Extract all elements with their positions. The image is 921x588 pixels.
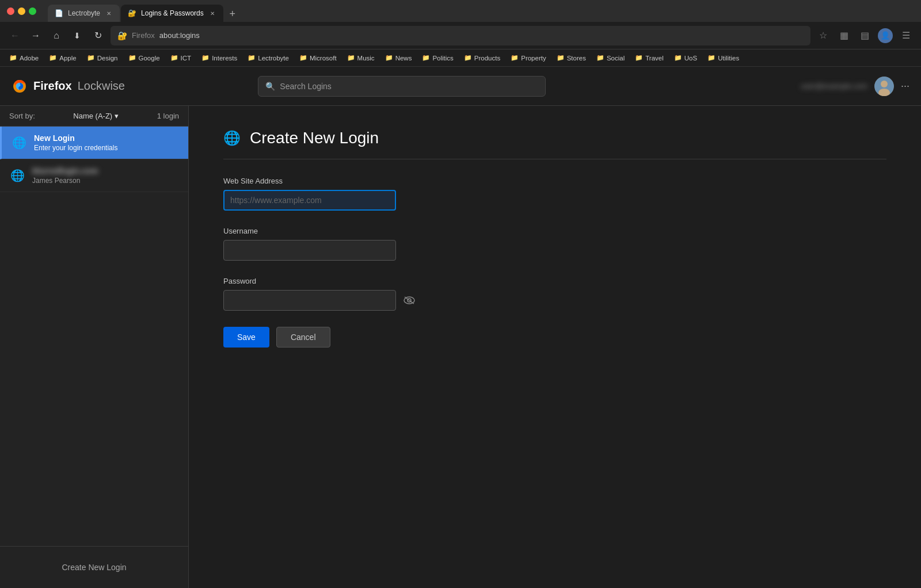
user-avatar-icon[interactable]: 👤: [877, 28, 893, 44]
app-container: Firefox Lockwise 🔍 Search Logins user@ex…: [0, 67, 921, 588]
sidebar: Sort by: Name (A-Z) ▾ 1 login 🌐 New Logi…: [0, 106, 189, 588]
login-desc: James Pearson: [32, 177, 179, 185]
sort-selector[interactable]: Name (A-Z) ▾: [73, 112, 119, 120]
cancel-button[interactable]: Cancel: [276, 327, 330, 348]
avatar-image: [874, 77, 894, 96]
home-button[interactable]: ⌂: [48, 28, 64, 44]
page-header: 🌐 Create New Login: [223, 129, 886, 159]
extensions-icon[interactable]: ▦: [836, 28, 852, 44]
folder-icon: 📁: [596, 54, 604, 62]
minimize-button[interactable]: [18, 7, 25, 15]
bookmark-utilities[interactable]: 📁 Utilities: [703, 53, 744, 63]
address-url: about:logins: [159, 31, 200, 40]
user-avatar[interactable]: [874, 77, 894, 96]
bookmark-label: Music: [357, 55, 375, 62]
folder-icon: 📁: [87, 54, 95, 62]
bookmark-apple[interactable]: 📁 Apple: [44, 53, 81, 63]
login-item-existing[interactable]: 🌐 blurredlogin.com James Pearson: [0, 159, 188, 192]
bookmark-travel[interactable]: 📁 Travel: [630, 53, 668, 63]
tab-lectrobyte[interactable]: 📄 Lectrobyte ✕: [48, 5, 120, 22]
password-input[interactable]: [223, 290, 396, 311]
user-email: user@example.com: [801, 82, 867, 90]
traffic-lights: [7, 7, 36, 15]
bookmark-lectrobyte[interactable]: 📁 Lectrobyte: [243, 53, 294, 63]
sort-bar: Sort by: Name (A-Z) ▾ 1 login: [0, 106, 188, 127]
website-address-label: Web Site Address: [223, 177, 886, 185]
app-name-firefox: Firefox: [33, 79, 72, 93]
website-address-input[interactable]: [223, 190, 396, 211]
bookmark-design[interactable]: 📁 Design: [82, 53, 123, 63]
folder-icon: 📁: [128, 54, 136, 62]
folder-icon: 📁: [170, 54, 178, 62]
address-favicon: 🔐: [117, 31, 127, 40]
folder-icon: 📁: [557, 54, 565, 62]
bookmark-adobe[interactable]: 📁 Adobe: [5, 53, 43, 63]
sidebar-footer: Create New Login: [0, 546, 188, 588]
download-button[interactable]: ⬇: [69, 28, 85, 44]
forward-button[interactable]: →: [28, 28, 44, 44]
header-right: user@example.com ···: [801, 77, 909, 96]
bookmark-google[interactable]: 📁 Google: [124, 53, 165, 63]
login-item-new[interactable]: 🌐 New Login Enter your login credentials: [0, 127, 188, 159]
new-tab-button[interactable]: +: [224, 6, 241, 22]
folder-icon: 📁: [464, 54, 472, 62]
bookmark-interests[interactable]: 📁 Interests: [197, 53, 242, 63]
bookmark-microsoft[interactable]: 📁 Microsoft: [295, 53, 341, 63]
bookmark-star-icon[interactable]: ☆: [815, 28, 831, 44]
bookmark-label: Utilities: [718, 55, 739, 62]
website-address-group: Web Site Address: [223, 177, 886, 211]
address-bar[interactable]: 🔐 Firefox about:logins: [111, 26, 810, 45]
tab-close-icon[interactable]: ✕: [105, 9, 113, 17]
tab-logins-passwords[interactable]: 🔐 Logins & Passwords ✕: [121, 5, 223, 22]
search-bar[interactable]: 🔍 Search Logins: [258, 76, 546, 97]
bookmark-stores[interactable]: 📁 Stores: [552, 53, 591, 63]
folder-icon: 📁: [299, 54, 307, 62]
menu-icon[interactable]: ☰: [898, 28, 914, 44]
content-area: Sort by: Name (A-Z) ▾ 1 login 🌐 New Logi…: [0, 106, 921, 588]
refresh-button[interactable]: ↻: [90, 28, 106, 44]
search-icon: 🔍: [265, 82, 275, 91]
nav-bar: ← → ⌂ ⬇ ↻ 🔐 Firefox about:logins ☆ ▦ ▤ 👤…: [0, 22, 921, 49]
eye-icon: [404, 296, 415, 305]
more-options-button[interactable]: ···: [901, 80, 909, 92]
tab-close-icon[interactable]: ✕: [208, 9, 216, 17]
bookmark-label: Politics: [432, 55, 453, 62]
bookmark-label: Interests: [212, 55, 237, 62]
close-button[interactable]: [7, 7, 14, 15]
username-label: Username: [223, 227, 886, 235]
bookmark-label: News: [395, 55, 412, 62]
maximize-button[interactable]: [29, 7, 36, 15]
bookmark-social[interactable]: 📁 Social: [592, 53, 629, 63]
login-info: blurredlogin.com James Pearson: [32, 166, 179, 185]
bookmark-products[interactable]: 📁 Products: [459, 53, 505, 63]
bookmark-news[interactable]: 📁 News: [380, 53, 417, 63]
tab-favicon: 📄: [55, 9, 63, 17]
bookmark-music[interactable]: 📁 Music: [342, 53, 379, 63]
tab-label: Lectrobyte: [68, 9, 100, 17]
password-wrapper: [223, 290, 886, 311]
page-globe-icon: 🌐: [223, 130, 241, 146]
create-new-login-button[interactable]: Create New Login: [9, 556, 179, 579]
bookmark-uos[interactable]: 📁 UoS: [669, 53, 702, 63]
folder-icon: 📁: [347, 54, 355, 62]
save-button[interactable]: Save: [223, 327, 269, 348]
bookmark-label: Property: [521, 55, 546, 62]
bookmark-label: Adobe: [20, 55, 39, 62]
folder-icon: 📁: [635, 54, 643, 62]
bookmark-property[interactable]: 📁 Property: [506, 53, 550, 63]
login-count: 1 login: [157, 112, 179, 120]
password-label: Password: [223, 277, 886, 285]
bookmark-politics[interactable]: 📁 Politics: [417, 53, 458, 63]
folder-icon: 📁: [385, 54, 393, 62]
tabs-bar: 📄 Lectrobyte ✕ 🔐 Logins & Passwords ✕ +: [41, 0, 914, 22]
globe-icon: 🌐: [11, 135, 27, 151]
sidebar-icon[interactable]: ▤: [857, 28, 873, 44]
main-content: 🌐 Create New Login Web Site Address User…: [189, 106, 921, 588]
bookmark-label: Stores: [567, 55, 586, 62]
firefox-logo-icon: [12, 78, 28, 94]
bookmark-ict[interactable]: 📁 ICT: [166, 53, 196, 63]
show-password-button[interactable]: [401, 292, 418, 309]
search-container: 🔍 Search Logins: [258, 76, 546, 97]
back-button[interactable]: ←: [7, 28, 23, 44]
username-input[interactable]: [223, 240, 396, 261]
